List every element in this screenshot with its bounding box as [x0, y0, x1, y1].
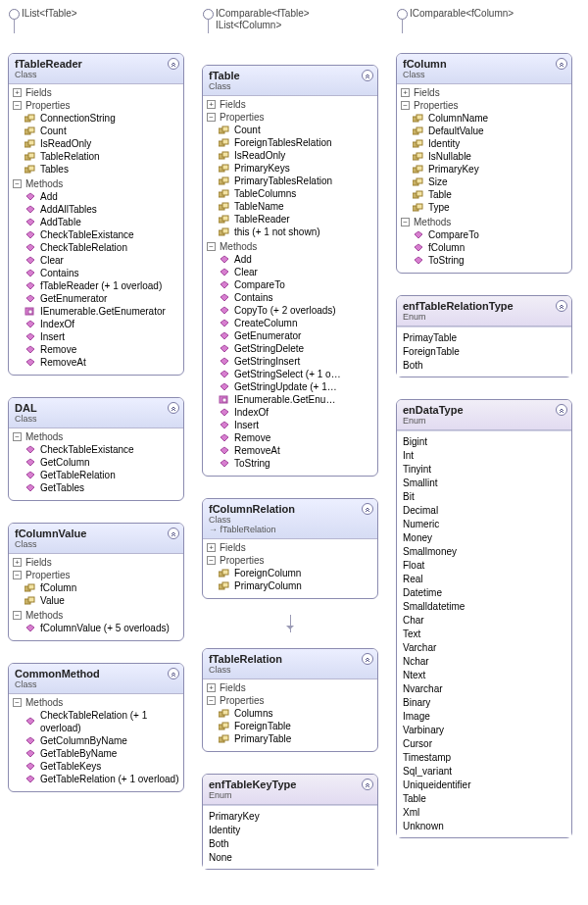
minus-icon[interactable]: −: [207, 556, 216, 565]
section-properties[interactable]: −Properties: [9, 569, 183, 581]
class-box-fcolumnvalue[interactable]: fColumnValueClass+Fields−PropertiesfColu…: [8, 523, 184, 641]
box-header[interactable]: enDataTypeEnum: [397, 400, 571, 430]
member-method[interactable]: CompareTo: [219, 278, 373, 291]
member-prop[interactable]: Type: [413, 201, 567, 214]
member-prop[interactable]: TableColumns: [219, 187, 373, 200]
section-fields[interactable]: +Fields: [9, 86, 183, 99]
member-method[interactable]: fColumnValue (+ 5 overloads): [24, 622, 179, 634]
section-methods[interactable]: −Methods: [203, 240, 377, 253]
member-prop[interactable]: ForeignTablesRelation: [219, 136, 373, 149]
member-prop[interactable]: TableRelation: [24, 150, 179, 163]
section-properties[interactable]: −Properties: [397, 99, 571, 112]
collapse-icon[interactable]: [168, 668, 179, 679]
member-method[interactable]: CheckTableRelation: [24, 241, 179, 254]
member-method[interactable]: Contains: [24, 267, 179, 279]
member-prop[interactable]: Identity: [413, 137, 567, 150]
member-method[interactable]: CheckTableExistance: [24, 443, 179, 456]
box-header[interactable]: DALClass: [9, 398, 183, 428]
member-prop[interactable]: Count: [24, 125, 179, 137]
member-prop[interactable]: Table: [413, 188, 567, 201]
section-fields[interactable]: +Fields: [203, 541, 377, 554]
box-header[interactable]: enfTableRelationTypeEnum: [397, 296, 571, 327]
class-box-ftablereader[interactable]: fTableReaderClass+Fields−PropertiesConne…: [8, 53, 184, 376]
plus-icon[interactable]: +: [207, 543, 216, 552]
member-prop[interactable]: fColumn: [24, 581, 179, 594]
member-prop[interactable]: IsReadOnly: [24, 137, 179, 150]
collapse-icon[interactable]: [556, 404, 567, 416]
member-method[interactable]: ToString: [413, 254, 567, 267]
class-box-fcolumn[interactable]: fColumnClass+Fields−PropertiesColumnName…: [396, 53, 572, 274]
member-prop[interactable]: Columns: [219, 707, 373, 720]
member-prop[interactable]: IsNullable: [413, 150, 567, 163]
section-fields[interactable]: +Fields: [203, 98, 377, 111]
member-method[interactable]: Clear: [24, 254, 179, 267]
member-method[interactable]: GetTableByName: [24, 747, 179, 760]
section-methods[interactable]: −Methods: [397, 216, 571, 228]
member-method[interactable]: RemoveAt: [219, 444, 373, 457]
member-prop[interactable]: this (+ 1 not shown): [219, 226, 373, 238]
section-properties[interactable]: −Properties: [203, 694, 377, 707]
member-method[interactable]: AddTable: [24, 216, 179, 228]
member-explicit[interactable]: IEnumerable.GetEnu…: [219, 393, 373, 406]
member-method[interactable]: CopyTo (+ 2 overloads): [219, 304, 373, 317]
member-method[interactable]: Add: [219, 253, 373, 266]
minus-icon[interactable]: −: [13, 571, 22, 579]
box-header[interactable]: fTableReaderClass: [9, 54, 183, 84]
minus-icon[interactable]: −: [401, 101, 410, 110]
member-method[interactable]: AddAllTables: [24, 203, 179, 216]
plus-icon[interactable]: +: [13, 558, 22, 567]
member-prop[interactable]: PrimaryKey: [413, 163, 567, 176]
class-box-fcolumnrelation[interactable]: fColumnRelationClass→ fTableRelation+Fie…: [202, 498, 378, 599]
member-method[interactable]: ToString: [219, 457, 373, 470]
plus-icon[interactable]: +: [207, 683, 216, 692]
plus-icon[interactable]: +: [13, 88, 22, 97]
member-method[interactable]: GetTables: [24, 481, 179, 494]
member-method[interactable]: GetEnumerator: [219, 329, 373, 342]
member-explicit[interactable]: IEnumerable.GetEnumerator: [24, 305, 179, 318]
member-prop[interactable]: ColumnName: [413, 112, 567, 125]
minus-icon[interactable]: −: [13, 432, 22, 441]
minus-icon[interactable]: −: [207, 696, 216, 705]
minus-icon[interactable]: −: [207, 242, 216, 251]
minus-icon[interactable]: −: [13, 611, 22, 620]
member-method[interactable]: GetTableRelation (+ 1 overload): [24, 773, 179, 785]
collapse-icon[interactable]: [168, 402, 179, 414]
minus-icon[interactable]: −: [401, 218, 410, 226]
minus-icon[interactable]: −: [207, 113, 216, 122]
member-method[interactable]: IndexOf: [219, 406, 373, 419]
member-prop[interactable]: ForeignTable: [219, 720, 373, 732]
member-prop[interactable]: ConnectionString: [24, 112, 179, 125]
class-box-commonmethod[interactable]: CommonMethodClass−MethodsCheckTableRelat…: [8, 663, 184, 792]
section-properties[interactable]: −Properties: [203, 554, 377, 567]
collapse-icon[interactable]: [362, 70, 373, 81]
member-prop[interactable]: PrimaryTable: [219, 732, 373, 745]
section-methods[interactable]: −Methods: [9, 609, 183, 622]
member-method[interactable]: Contains: [219, 291, 373, 304]
collapse-icon[interactable]: [362, 653, 373, 665]
section-fields[interactable]: +Fields: [397, 86, 571, 99]
collapse-icon[interactable]: [362, 779, 373, 790]
collapse-icon[interactable]: [556, 58, 567, 70]
collapse-icon[interactable]: [168, 528, 179, 539]
member-prop[interactable]: Size: [413, 176, 567, 188]
class-box-ftable[interactable]: fTableClass+Fields−PropertiesCountForeig…: [202, 65, 378, 477]
member-method[interactable]: GetColumnByName: [24, 734, 179, 747]
member-method[interactable]: IndexOf: [24, 318, 179, 330]
member-method[interactable]: GetEnumerator: [24, 292, 179, 305]
member-method[interactable]: CompareTo: [413, 228, 567, 241]
member-prop[interactable]: TableReader: [219, 213, 373, 226]
member-method[interactable]: GetStringSelect (+ 1 o…: [219, 368, 373, 380]
class-box-endatatype[interactable]: enDataTypeEnumBigintIntTinyintSmallintBi…: [396, 399, 572, 838]
member-method[interactable]: GetStringInsert: [219, 355, 373, 368]
collapse-icon[interactable]: [556, 300, 567, 312]
member-method[interactable]: GetStringDelete: [219, 342, 373, 355]
box-header[interactable]: fColumnRelationClass→ fTableRelation: [203, 499, 377, 539]
member-prop[interactable]: Value: [24, 594, 179, 607]
box-header[interactable]: enfTableKeyTypeEnum: [203, 775, 377, 805]
member-method[interactable]: Insert: [219, 419, 373, 431]
member-prop[interactable]: ForeignColumn: [219, 567, 373, 579]
member-method[interactable]: fColumn: [413, 241, 567, 254]
section-fields[interactable]: +Fields: [203, 681, 377, 694]
member-method[interactable]: CheckTableRelation (+ 1 overload): [24, 709, 179, 734]
member-method[interactable]: Insert: [24, 330, 179, 343]
